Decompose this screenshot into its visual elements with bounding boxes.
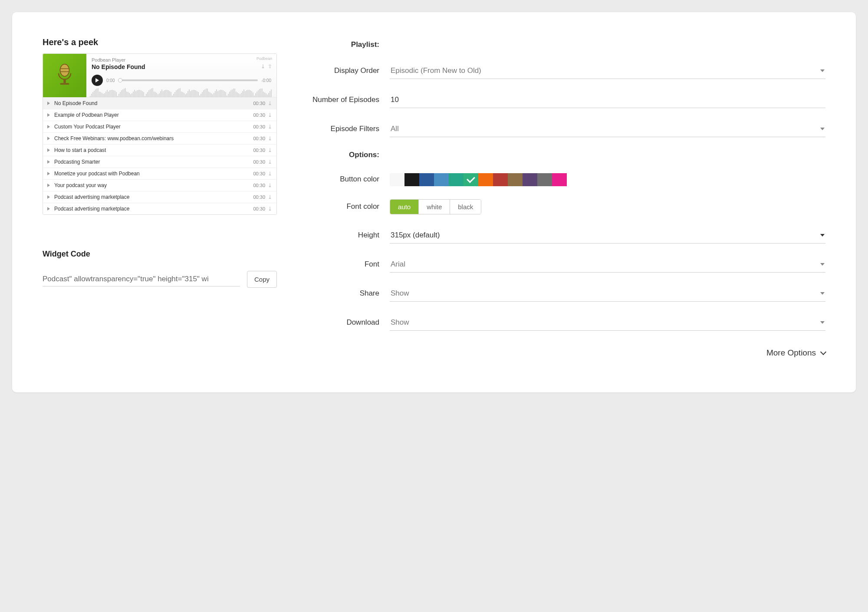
episode-row[interactable]: Podcast advertising marketplace00:30⤓ [43, 203, 276, 214]
color-swatch[interactable] [493, 173, 508, 186]
download-icon[interactable]: ⤓ [268, 100, 272, 106]
more-options-toggle[interactable]: More Options [312, 348, 825, 358]
download-icon[interactable]: ⤓ [268, 159, 272, 165]
share-value: Show [391, 289, 409, 298]
waveform [43, 89, 276, 97]
download-select[interactable]: Show [390, 315, 825, 331]
height-value: 315px (default) [391, 231, 440, 240]
episode-name: Podcast advertising marketplace [54, 194, 253, 200]
svg-rect-1 [63, 79, 66, 83]
episode-row[interactable]: Monetize your podcast with Podbean00:30⤓ [43, 168, 276, 179]
episode-name: Monetize your podcast with Podbean [54, 171, 253, 177]
font-label: Font [312, 260, 390, 270]
episode-name: No Episode Found [54, 100, 253, 106]
episode-duration: 00:30 [253, 171, 265, 176]
episode-row[interactable]: No Episode Found00:30⤓ [43, 97, 276, 109]
time-current: 0:00 [106, 78, 115, 83]
num-episodes-label: Number of Episodes [312, 95, 390, 105]
color-swatch[interactable] [434, 173, 449, 186]
height-select[interactable]: 315px (default) [390, 227, 825, 243]
download-value: Show [391, 318, 409, 327]
episode-name: How to start a podcast [54, 147, 253, 153]
seek-knob[interactable] [118, 78, 122, 82]
font-color-option-black[interactable]: black [450, 200, 481, 214]
display-order-select[interactable]: Episodic (From New to Old) [390, 63, 825, 79]
episode-row[interactable]: How to start a podcast00:30⤓ [43, 144, 276, 156]
font-color-option-white[interactable]: white [418, 200, 450, 214]
chevron-down-icon [820, 234, 825, 237]
play-triangle-icon [47, 172, 50, 175]
color-swatch[interactable] [449, 173, 464, 186]
episode-row[interactable]: Check Free Webinars: www.podbean.com/web… [43, 132, 276, 144]
chevron-down-icon [820, 321, 825, 324]
download-icon[interactable]: ⤓ [268, 112, 272, 118]
download-icon[interactable]: ⤓ [268, 171, 272, 177]
episode-duration: 00:30 [253, 206, 265, 211]
play-triangle-icon [47, 195, 50, 199]
play-triangle-icon [47, 160, 50, 164]
left-column: Here's a peek Podbean [43, 37, 277, 358]
play-triangle-icon [47, 125, 50, 128]
widget-code-input[interactable]: Podcast" allowtransparency="true" height… [43, 272, 240, 286]
svg-point-0 [60, 64, 69, 76]
chevron-down-icon [820, 69, 825, 72]
download-icon[interactable]: ⤓ [268, 124, 272, 130]
color-swatch[interactable] [390, 173, 404, 186]
svg-rect-2 [60, 83, 69, 85]
right-column: Playlist: Display Order Episodic (From N… [312, 37, 825, 358]
color-swatch[interactable] [523, 173, 537, 186]
download-icon[interactable]: ⤓ [268, 135, 272, 141]
font-color-option-auto[interactable]: auto [390, 200, 418, 214]
play-button[interactable] [92, 75, 103, 86]
color-swatch[interactable] [419, 173, 434, 186]
episode-row[interactable]: Custom Your Podcast Player00:30⤓ [43, 121, 276, 132]
podbean-logo: Podbean [256, 56, 272, 61]
episode-filters-select[interactable]: All [390, 121, 825, 137]
color-swatch[interactable] [552, 173, 567, 186]
play-triangle-icon [47, 113, 50, 117]
color-swatch[interactable] [537, 173, 552, 186]
color-swatch[interactable] [478, 173, 493, 186]
share-icon[interactable]: ⇪ [268, 63, 272, 69]
player-preview: Podbean ⤓ ⇪ Podbean Player No Episode Fo… [43, 53, 277, 215]
episode-duration: 00:30 [253, 159, 265, 165]
options-heading: Options: [312, 150, 390, 160]
font-value: Arial [391, 260, 405, 269]
episode-row[interactable]: Example of Podbean Player00:30⤓ [43, 109, 276, 121]
download-icon[interactable]: ⤓ [268, 147, 272, 153]
display-order-value: Episodic (From New to Old) [391, 66, 481, 75]
episode-filters-label: Episode Filters [312, 124, 390, 134]
height-label: Height [312, 230, 390, 240]
num-episodes-input[interactable] [390, 92, 825, 108]
share-select[interactable]: Show [390, 286, 825, 302]
play-triangle-icon [47, 137, 50, 140]
seek-track[interactable] [118, 79, 258, 81]
copy-button[interactable]: Copy [247, 271, 277, 288]
play-triangle-icon [47, 148, 50, 152]
episode-duration: 00:30 [253, 124, 265, 129]
font-select[interactable]: Arial [390, 257, 825, 273]
play-triangle-icon [47, 102, 50, 105]
color-swatch[interactable] [404, 173, 419, 186]
font-color-segment: autowhiteblack [390, 199, 481, 214]
color-swatch[interactable] [464, 173, 478, 186]
episode-duration: 00:30 [253, 136, 265, 141]
play-triangle-icon [47, 184, 50, 187]
episode-duration: 00:30 [253, 194, 265, 200]
download-icon[interactable]: ⤓ [268, 194, 272, 200]
playlist-heading: Playlist: [312, 40, 390, 50]
download-icon[interactable]: ⤓ [268, 206, 272, 212]
player-brand-label: Podbean Player [92, 57, 271, 63]
button-color-label: Button color [312, 174, 390, 184]
color-swatch[interactable] [508, 173, 523, 186]
episode-row[interactable]: Podcasting Smarter00:30⤓ [43, 156, 276, 168]
chevron-down-icon [820, 292, 825, 295]
cloud-download-icon[interactable]: ⤓ [261, 63, 265, 69]
button-color-swatches [390, 173, 825, 186]
episode-name: Podcast advertising marketplace [54, 206, 253, 212]
episode-row[interactable]: Podcast advertising marketplace00:30⤓ [43, 191, 276, 203]
chevron-down-icon [820, 349, 826, 355]
episode-row[interactable]: Your podcast your way00:30⤓ [43, 179, 276, 191]
episode-name: Your podcast your way [54, 182, 253, 188]
download-icon[interactable]: ⤓ [268, 182, 272, 188]
